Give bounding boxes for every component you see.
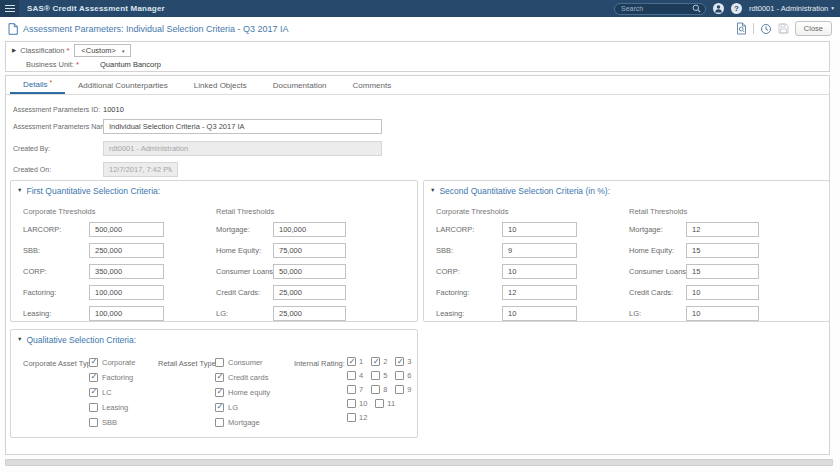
checkbox[interactable] (89, 388, 98, 397)
corp-input[interactable] (89, 264, 164, 279)
classification-label: Classification (20, 46, 64, 55)
checkbox-leasing[interactable]: Leasing (89, 402, 135, 412)
home-equity-pct-input[interactable] (686, 243, 759, 258)
expand-triangle-icon[interactable]: ▶ (12, 48, 16, 54)
mortgage-pct-input[interactable] (686, 222, 759, 237)
mortgage-input[interactable] (273, 222, 346, 237)
checkbox[interactable] (215, 373, 224, 382)
checkbox[interactable] (395, 357, 404, 366)
rating-row: 12 (347, 413, 412, 422)
checkbox-rating-12[interactable]: 12 (347, 413, 367, 422)
checkbox[interactable] (215, 418, 224, 427)
classification-dropdown[interactable]: <Custom> ▾ (74, 44, 131, 57)
checkbox-home-equity[interactable]: Home equity (215, 387, 270, 397)
checkbox[interactable] (347, 385, 356, 394)
page-title: Assessment Parameters: Individual Select… (23, 24, 289, 34)
leasing-pct-input[interactable] (502, 306, 577, 321)
qualitative-header[interactable]: ▼ Qualitative Selection Criteria: (17, 335, 136, 345)
home-equity-input[interactable] (273, 243, 346, 258)
credit-cards-input[interactable] (273, 285, 346, 300)
threshold-row: LG: (216, 306, 346, 321)
tab-comments[interactable]: Comments (340, 76, 405, 94)
horizontal-scrollbar[interactable] (5, 459, 833, 466)
checkbox-consumer[interactable]: Consumer (215, 357, 270, 367)
checkbox-lc[interactable]: LC (89, 387, 135, 397)
checkbox-rating-10[interactable]: 10 (347, 399, 367, 408)
created-on-label: Created On: (13, 166, 103, 173)
checkbox-rating-4[interactable]: 4 (347, 371, 363, 380)
assessment-id-row: Assessment Parameters ID: 10010 (13, 102, 124, 117)
checkbox[interactable] (347, 357, 356, 366)
checkbox-rating-1[interactable]: 1 (347, 357, 363, 366)
checkbox-rating-8[interactable]: 8 (371, 385, 387, 394)
checkbox[interactable] (89, 403, 98, 412)
factoring-input[interactable] (89, 285, 164, 300)
checkbox[interactable] (395, 385, 404, 394)
checkbox-sbb[interactable]: SBB (89, 417, 135, 427)
checkbox[interactable] (347, 371, 356, 380)
leasing-input[interactable] (89, 306, 164, 321)
checkbox-credit-cards[interactable]: Credit cards (215, 372, 270, 382)
checkbox[interactable] (371, 357, 380, 366)
retail-thresholds-header: Retail Thresholds (629, 207, 687, 216)
checkbox[interactable] (371, 385, 380, 394)
larcorp-pct-input[interactable] (502, 222, 577, 237)
search-input[interactable] (619, 5, 692, 12)
checkbox[interactable] (371, 371, 380, 380)
checkbox-rating-7[interactable]: 7 (347, 385, 363, 394)
lg-input[interactable] (273, 306, 346, 321)
checkbox-corporate[interactable]: Corporate (89, 357, 135, 367)
rating-row: 10 11 (347, 399, 412, 408)
factoring-pct-input[interactable] (502, 285, 577, 300)
checkbox[interactable] (395, 371, 404, 380)
user-icon[interactable] (713, 3, 724, 14)
history-icon[interactable] (760, 23, 772, 35)
internal-rating-label: Internal Rating: (294, 359, 345, 368)
lg-pct-input[interactable] (686, 306, 759, 321)
corporate-thresholds-column: LARCORP: SBB: CORP: Factoring: Leasing: (436, 222, 577, 321)
checkbox[interactable] (347, 399, 356, 408)
assessment-name-input[interactable] (103, 119, 382, 134)
document-check-icon[interactable] (736, 22, 747, 35)
app-bar: SAS® Credit Assessment Manager ? rdt0001… (0, 0, 840, 17)
checkbox[interactable] (375, 399, 384, 408)
close-button[interactable]: Close (795, 21, 832, 36)
checkbox-rating-2[interactable]: 2 (371, 357, 387, 366)
tab-linked-objects[interactable]: Linked Objects (181, 76, 260, 94)
checkbox[interactable] (89, 418, 98, 427)
larcorp-input[interactable] (89, 222, 164, 237)
checkbox-rating-9[interactable]: 9 (395, 385, 411, 394)
checkbox-mortgage[interactable]: Mortgage (215, 417, 270, 427)
second-quantitative-header[interactable]: ▼ Second Quantitative Selection Criteria… (430, 186, 610, 196)
help-icon[interactable]: ? (731, 3, 742, 14)
first-quantitative-header[interactable]: ▼ First Quantitative Selection Criteria: (17, 186, 160, 196)
sbb-pct-input[interactable] (502, 243, 577, 258)
user-menu[interactable]: rdt0001 - Administration ▾ (749, 4, 834, 13)
checkbox[interactable] (89, 358, 98, 367)
tab-details[interactable]: Details* (10, 76, 65, 94)
corp-pct-input[interactable] (502, 264, 577, 279)
checkbox-rating-11[interactable]: 11 (375, 399, 395, 408)
checkbox[interactable] (89, 373, 98, 382)
checkbox-lg[interactable]: LG (215, 402, 270, 412)
checkbox[interactable] (347, 413, 356, 422)
consumer-loans-input[interactable] (273, 264, 346, 279)
checkbox-rating-6[interactable]: 6 (395, 371, 411, 380)
threshold-row: Factoring: (436, 285, 577, 300)
tab-documentation[interactable]: Documentation (260, 76, 340, 94)
checkbox-rating-3[interactable]: 3 (395, 357, 411, 366)
checkbox[interactable] (215, 388, 224, 397)
consumer-loans-pct-input[interactable] (686, 264, 759, 279)
checkbox-factoring[interactable]: Factoring (89, 372, 135, 382)
app-bar-right: ? rdt0001 - Administration ▾ (614, 3, 840, 15)
menu-button[interactable] (0, 0, 19, 17)
created-by-label: Created By: (13, 145, 103, 152)
checkbox[interactable] (215, 358, 224, 367)
sbb-input[interactable] (89, 243, 164, 258)
global-search[interactable] (614, 3, 706, 15)
checkbox-rating-5[interactable]: 5 (371, 371, 387, 380)
checkbox[interactable] (215, 403, 224, 412)
search-icon (692, 4, 701, 13)
tab-additional-counterparties[interactable]: Additional Counterparties (65, 76, 181, 94)
credit-cards-pct-input[interactable] (686, 285, 759, 300)
